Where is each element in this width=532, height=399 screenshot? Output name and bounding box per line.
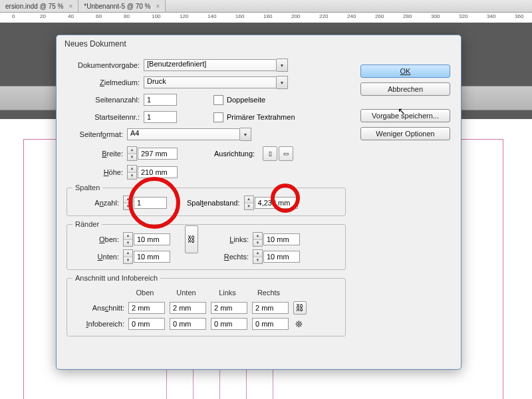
bleed-top-input[interactable] [128,302,165,314]
ok-button[interactable]: OK [360,65,450,78]
margin-bottom-input[interactable] [134,251,170,263]
slug-top-input[interactable] [128,318,165,330]
close-icon[interactable]: × [68,3,72,10]
chevron-down-icon[interactable]: ▼ [240,128,251,141]
column-count-input[interactable] [134,197,167,209]
margin-right-spinner[interactable]: ▲▼ [253,249,263,264]
gutter-spinner[interactable]: ▲▼ [244,196,254,210]
intent-combo[interactable]: Druck [144,76,277,88]
margin-left-label: Links: [189,235,253,243]
margin-bottom-label: Unten: [72,253,123,261]
dialog-button-column: OK Abbrechen Vorgabe speichern... Wenige… [360,65,450,140]
width-input[interactable] [138,148,178,160]
margins-legend: Ränder [72,220,102,228]
margin-right-label: Rechts: [189,253,253,261]
margin-top-label: Oben: [72,235,123,243]
pages-label: Seitenanzahl: [66,96,144,104]
chevron-down-icon[interactable]: ▼ [277,76,288,89]
columns-legend: Spalten [72,184,102,192]
orientation-portrait-button[interactable]: ▯ [263,146,277,161]
height-label: Höhe: [66,168,127,176]
col-head-top: Oben [124,289,166,297]
bleed-slug-legend: Anschnitt und Infobereich [72,274,160,282]
col-head-right: Rechts [248,289,289,297]
margin-bottom-spinner[interactable]: ▲▼ [123,249,133,264]
slug-icon: ❊ [295,319,303,329]
intent-label: Zielmedium: [66,78,144,86]
cancel-button[interactable]: Abbrechen [360,82,450,96]
link-bleed-button[interactable]: ⛓ [293,301,307,315]
height-input[interactable] [138,166,178,178]
bleed-bottom-input[interactable] [170,302,206,314]
close-icon[interactable]: × [156,3,160,10]
col-head-left: Links [207,289,248,297]
dialog-title: Neues Dokument [57,35,461,57]
preset-combo[interactable]: [Benutzerdefiniert] [144,59,277,71]
document-tab-bar: ersion.indd @ 75 %× *Unbenannt-5 @ 70 %× [0,0,532,13]
margins-fieldset: Ränder Oben: ▲▼ ⛓ Links: ▲▼ Unten: ▲▼ [66,220,346,270]
bleed-label: Anschnitt: [72,304,128,312]
slug-bottom-input[interactable] [170,318,206,330]
col-head-bottom: Unten [166,289,207,297]
label: orgabe speichern... [376,112,439,120]
bleed-left-input[interactable] [211,302,247,314]
width-label: Breite: [66,150,127,158]
cursor-icon: ↖ [398,106,406,116]
margin-right-input[interactable] [263,251,300,263]
orientation-label: Ausrichtung: [214,150,255,158]
slug-right-input[interactable] [252,318,289,330]
new-document-dialog: Neues Dokument OK Abbrechen Vorgabe spei… [56,35,462,370]
preset-label: Dokumentvorgabe: [66,61,144,69]
bleed-slug-fieldset: Anschnitt und Infobereich Oben Unten Lin… [66,274,346,336]
start-label: Startseitennr.: [66,113,144,121]
primary-textframe-label: Primärer Textrahmen [227,113,295,121]
margin-left-input[interactable] [263,233,300,245]
gutter-label: Spaltenabstand: [187,199,240,207]
page-size-label: Seitenformat: [66,130,127,138]
columns-fieldset: Spalten Anzahl: ▲▼ Spaltenabstand: ▲▼ [66,184,346,216]
column-count-label: Anzahl: [72,199,123,207]
bleed-right-input[interactable] [252,302,289,314]
orientation-landscape-button[interactable]: ▭ [279,146,293,161]
pages-input[interactable] [144,94,177,106]
height-spinner[interactable]: ▲▼ [127,165,137,180]
document-tab[interactable]: *Unbenannt-5 @ 70 %× [78,0,166,12]
margin-left-spinner[interactable]: ▲▼ [253,232,263,247]
start-page-input[interactable] [144,111,177,123]
document-tab[interactable]: ersion.indd @ 75 %× [0,0,78,12]
primary-textframe-checkbox[interactable] [213,112,223,122]
link-margins-button[interactable]: ⛓ [185,225,198,253]
page-size-combo[interactable]: A4 [127,128,240,140]
margin-top-spinner[interactable]: ▲▼ [123,232,133,247]
facing-pages-checkbox[interactable] [213,95,223,105]
fewer-options-button[interactable]: Weniger Optionen [360,127,450,140]
gutter-input[interactable] [255,197,298,209]
width-spinner[interactable]: ▲▼ [127,146,137,161]
slug-label: Infobereich: [72,320,128,328]
slug-left-input[interactable] [211,318,247,330]
facing-pages-label: Doppelseite [227,96,265,104]
chevron-down-icon[interactable]: ▼ [277,59,288,72]
column-count-spinner[interactable]: ▲▼ [123,196,133,210]
margin-top-input[interactable] [134,233,170,245]
